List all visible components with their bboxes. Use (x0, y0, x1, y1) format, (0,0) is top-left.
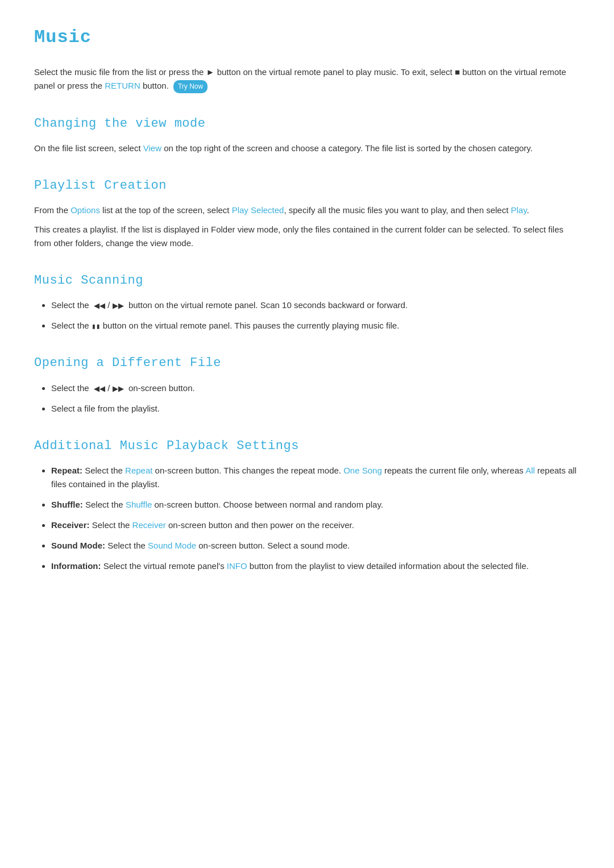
information-label: Information: (51, 561, 101, 571)
section-heading-playlist-creation: Playlist Creation (34, 176, 580, 196)
page-title: Music (34, 23, 580, 52)
section-heading-additional-music-playback: Additional Music Playback Settings (34, 436, 580, 456)
intro-paragraph: Select the music file from the list or p… (34, 65, 580, 93)
list-item-sound-mode: Sound Mode: Select the Sound Mode on-scr… (51, 539, 580, 553)
prev-icon: ◀◀ (94, 384, 105, 393)
next-icon: ▶▶ (113, 384, 124, 393)
section-changing-view-mode: Changing the view mode On the file list … (34, 114, 580, 155)
playlist-creation-paragraph-2: This creates a playlist. If the list is … (34, 223, 580, 250)
shuffle-label: Shuffle: (51, 500, 83, 509)
one-song-link: One Song (343, 466, 382, 475)
view-link: View (143, 143, 161, 153)
options-link: Options (70, 205, 100, 215)
list-item: Select the ◀◀ / ▶▶ on-screen button. (51, 381, 580, 395)
section-heading-changing-view-mode: Changing the view mode (34, 114, 580, 134)
section-heading-opening-different-file: Opening a Different File (34, 353, 580, 373)
list-item: Select the ▮▮ button on the virtual remo… (51, 319, 580, 333)
scan-prev-icon: ◀◀ (94, 301, 105, 310)
repeat-label: Repeat: (51, 466, 82, 475)
intro-text-2: button. (143, 81, 169, 90)
music-scanning-list: Select the ◀◀ / ▶▶ button on the virtual… (34, 298, 580, 333)
list-item-repeat: Repeat: Select the Repeat on-screen butt… (51, 464, 580, 491)
pause-icon: ▮▮ (92, 322, 101, 330)
list-item-receiver: Receiver: Select the Receiver on-screen … (51, 518, 580, 532)
section-additional-music-playback: Additional Music Playback Settings Repea… (34, 436, 580, 573)
list-item-shuffle: Shuffle: Select the Shuffle on-screen bu… (51, 498, 580, 512)
playlist-creation-paragraph-1: From the Options list at the top of the … (34, 203, 580, 217)
info-link: INFO (227, 561, 247, 571)
list-item: Select the ◀◀ / ▶▶ button on the virtual… (51, 298, 580, 312)
scan-next-icon: ▶▶ (113, 301, 124, 310)
opening-different-file-list: Select the ◀◀ / ▶▶ on-screen button. Sel… (34, 381, 580, 416)
section-playlist-creation: Playlist Creation From the Options list … (34, 176, 580, 250)
all-link: All (525, 466, 535, 475)
list-item-information: Information: Select the virtual remote p… (51, 559, 580, 573)
receiver-link: Receiver (132, 520, 166, 530)
section-opening-different-file: Opening a Different File Select the ◀◀ /… (34, 353, 580, 415)
section-heading-music-scanning: Music Scanning (34, 271, 580, 290)
return-link: RETURN (105, 81, 140, 90)
repeat-link: Repeat (125, 466, 152, 475)
changing-view-mode-paragraph: On the file list screen, select View on … (34, 142, 580, 155)
sound-mode-label: Sound Mode: (51, 541, 105, 550)
additional-music-playback-list: Repeat: Select the Repeat on-screen butt… (34, 464, 580, 573)
shuffle-link: Shuffle (126, 500, 152, 509)
sound-mode-link: Sound Mode (148, 541, 196, 550)
play-link: Play (511, 205, 527, 215)
list-item: Select a file from the playlist. (51, 402, 580, 416)
section-music-scanning: Music Scanning Select the ◀◀ / ▶▶ button… (34, 271, 580, 333)
receiver-label: Receiver: (51, 520, 90, 530)
play-selected-link: Play Selected (232, 205, 284, 215)
try-now-badge[interactable]: Try Now (173, 80, 208, 93)
